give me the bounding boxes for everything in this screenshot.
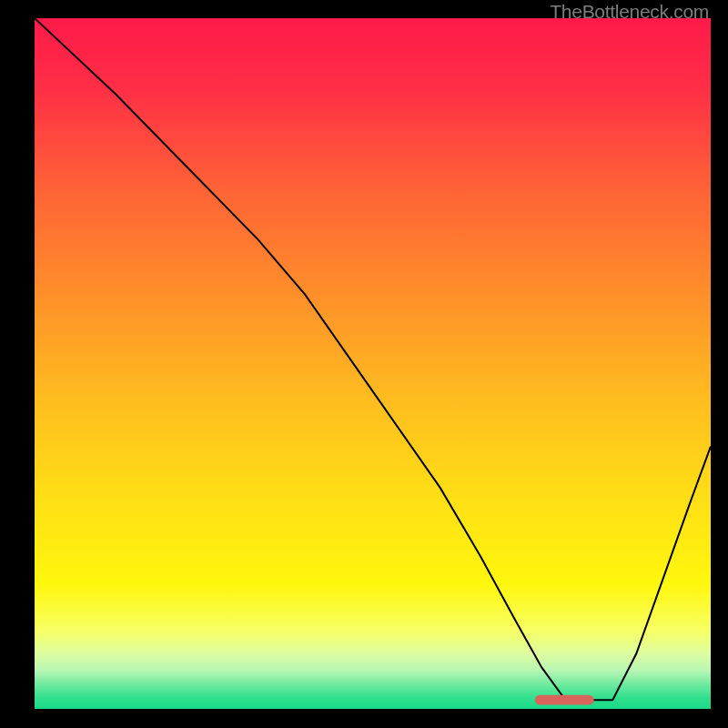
chart-frame [35, 18, 711, 709]
bottleneck-chart [35, 18, 711, 709]
gradient-background [35, 18, 711, 709]
watermark-text: TheBottleneck.com [550, 1, 709, 23]
